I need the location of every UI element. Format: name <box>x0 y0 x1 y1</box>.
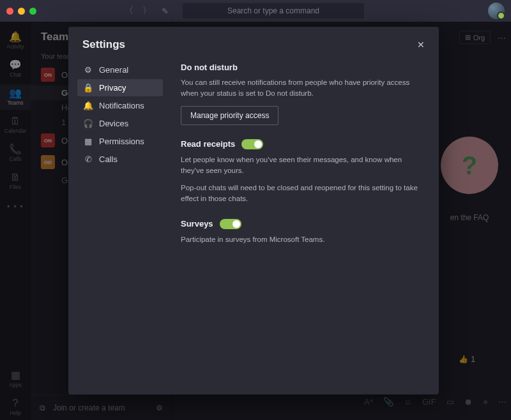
modal-title: Settings <box>82 38 125 51</box>
modal-body: ⚙ General 🔒 Privacy 🔔 Notifications 🎧 De… <box>68 55 439 394</box>
window-minimize-button[interactable] <box>18 8 25 15</box>
nav-label: Devices <box>99 119 128 128</box>
search-input[interactable]: Search or type a command <box>183 3 364 19</box>
settings-nav-notifications[interactable]: 🔔 Notifications <box>77 97 163 114</box>
read-receipts-desc2: Pop-out chats will need to be closed and… <box>181 183 421 205</box>
compose-icon[interactable]: ✎ <box>162 6 169 16</box>
settings-content: Do not disturb You can still receive not… <box>168 55 439 394</box>
surveys-toggle[interactable] <box>220 219 241 229</box>
back-icon[interactable]: 〈 <box>125 5 133 17</box>
close-icon[interactable]: ✕ <box>417 40 425 50</box>
settings-nav-permissions[interactable]: ▦ Permissions <box>77 133 163 150</box>
nav-label: Notifications <box>99 101 144 110</box>
read-receipts-desc: Let people know when you've seen their m… <box>181 154 421 177</box>
manage-priority-access-button[interactable]: Manage priority access <box>181 106 278 125</box>
headset-icon: 🎧 <box>84 119 93 128</box>
nav-label: Privacy <box>99 83 126 93</box>
surveys-title: Surveys <box>181 219 213 229</box>
settings-modal: Settings ✕ ⚙ General 🔒 Privacy 🔔 Notific… <box>68 27 439 394</box>
window-maximize-button[interactable] <box>29 8 36 15</box>
phone-icon: ✆ <box>84 155 93 164</box>
settings-nav-privacy[interactable]: 🔒 Privacy <box>77 79 163 96</box>
window-close-button[interactable] <box>6 8 13 15</box>
forward-icon[interactable]: 〉 <box>142 5 151 17</box>
dnd-section: Do not disturb You can still receive not… <box>181 63 421 125</box>
grid-icon: ▦ <box>84 137 93 146</box>
profile-avatar[interactable] <box>488 3 505 19</box>
settings-nav: ⚙ General 🔒 Privacy 🔔 Notifications 🎧 De… <box>68 55 168 394</box>
window-controls <box>6 8 36 15</box>
settings-nav-calls[interactable]: ✆ Calls <box>77 151 163 168</box>
bell-icon: 🔔 <box>84 101 93 110</box>
nav-label: General <box>99 65 128 75</box>
lock-icon: 🔒 <box>84 84 93 93</box>
nav-label: Calls <box>99 154 118 164</box>
modal-header: Settings ✕ <box>68 27 439 55</box>
surveys-desc: Participate in surveys from Microsoft Te… <box>181 234 421 245</box>
nav-label: Permissions <box>99 137 144 146</box>
surveys-section: Surveys Participate in surveys from Micr… <box>181 219 421 245</box>
settings-nav-general[interactable]: ⚙ General <box>77 61 163 79</box>
dnd-desc: You can still receive notifications from… <box>181 77 421 100</box>
titlebar: 〈 〉 ✎ Search or type a command <box>0 0 511 22</box>
read-receipts-title: Read receipts <box>181 139 235 149</box>
history-nav: 〈 〉 <box>125 5 151 17</box>
read-receipts-toggle[interactable] <box>241 139 263 149</box>
dnd-title: Do not disturb <box>181 63 421 72</box>
gear-icon: ⚙ <box>84 66 93 75</box>
settings-nav-devices[interactable]: 🎧 Devices <box>77 115 163 132</box>
read-receipts-section: Read receipts Let people know when you'v… <box>181 139 421 205</box>
